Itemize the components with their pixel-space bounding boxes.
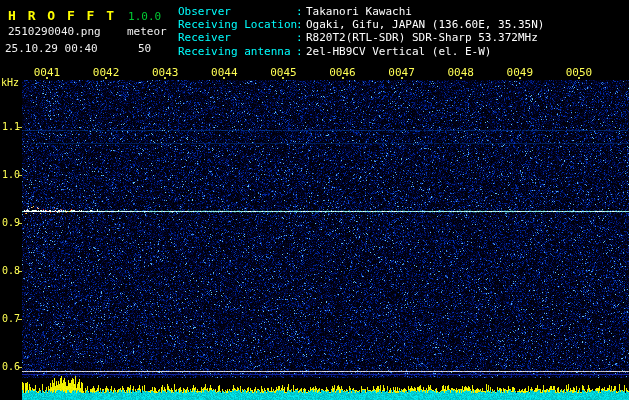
frequency-unit-label: kHz (1, 77, 19, 88)
station-info-panel: Observer:Takanori KawachiReceiving Locat… (178, 5, 544, 58)
hrofft-spectrogram-window: H R O F F T1.0.0 2510290040.pngmeteor 25… (0, 0, 629, 400)
text-overlay: H R O F F T1.0.0 2510290040.pngmeteor 25… (0, 0, 629, 400)
time-tick-label: 0045 (267, 66, 299, 79)
time-tick-label: 0043 (149, 66, 181, 79)
info-separator: : (296, 31, 306, 44)
time-tick-label: 0046 (327, 66, 359, 79)
info-separator: : (296, 18, 306, 31)
info-row: Observer:Takanori Kawachi (178, 5, 544, 18)
time-tick-label: 0041 (31, 66, 63, 79)
gain-value: 50 (138, 42, 151, 55)
output-filename: 2510290040.png (8, 25, 127, 38)
frequency-tick-label: 0.8 (2, 265, 20, 276)
info-label: Receiver (178, 31, 296, 44)
info-value: Takanori Kawachi (306, 5, 412, 18)
observation-mode: meteor (127, 25, 167, 38)
time-tick-label: 0050 (563, 66, 595, 79)
info-separator: : (296, 5, 306, 18)
info-value: 2el-HB9CV Vertical (el. E-W) (306, 45, 491, 58)
frequency-tick-label: 0.6 (2, 361, 20, 372)
time-tick-label: 0044 (208, 66, 240, 79)
info-separator: : (296, 45, 306, 58)
title-row: H R O F F T1.0.0 (8, 5, 161, 24)
time-tick-label: 0049 (504, 66, 536, 79)
time-tick-label: 0047 (386, 66, 418, 79)
info-label: Observer (178, 5, 296, 18)
time-tick-label: 0048 (445, 66, 477, 79)
info-value: R820T2(RTL-SDR) SDR-Sharp 53.372MHz (306, 31, 538, 44)
app-version: 1.0.0 (128, 10, 161, 23)
frequency-tick-label: 0.7 (2, 313, 20, 324)
app-title: H R O F F T (8, 8, 116, 23)
date-row: 25.10.29 00:4050 (5, 42, 151, 55)
info-row: Receiving Location:Ogaki, Gifu, JAPAN (1… (178, 18, 544, 31)
info-row: Receiving antenna:2el-HB9CV Vertical (el… (178, 45, 544, 58)
frequency-tick-label: 1.1 (2, 121, 20, 132)
time-tick-label: 0042 (90, 66, 122, 79)
frequency-tick-label: 0.9 (2, 217, 20, 228)
info-row: Receiver:R820T2(RTL-SDR) SDR-Sharp 53.37… (178, 31, 544, 44)
info-value: Ogaki, Gifu, JAPAN (136.60E, 35.35N) (306, 18, 544, 31)
info-label: Receiving Location (178, 18, 296, 31)
frequency-tick-label: 1.0 (2, 169, 20, 180)
info-label: Receiving antenna (178, 45, 296, 58)
observation-datetime: 25.10.29 00:40 (5, 42, 138, 55)
file-row: 2510290040.pngmeteor (8, 25, 167, 38)
